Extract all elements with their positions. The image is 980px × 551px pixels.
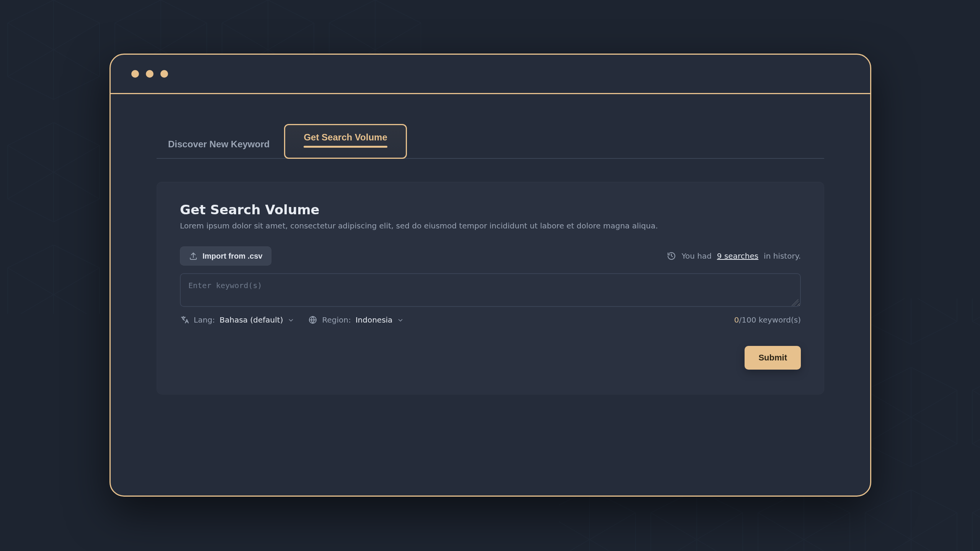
keyword-counter-current: 0 — [734, 315, 739, 324]
traffic-dot-red-icon — [131, 70, 139, 78]
globe-icon — [308, 315, 317, 324]
titlebar — [111, 55, 870, 94]
region-selector[interactable]: Region: Indonesia — [308, 315, 404, 324]
history-info: You had 9 searches in history. — [667, 251, 801, 261]
region-label: Region: — [322, 315, 351, 324]
content-area: Discover New Keyword Get Search Volume G… — [111, 94, 870, 410]
traffic-lights — [131, 70, 168, 78]
traffic-dot-yellow-icon — [146, 70, 154, 78]
history-link[interactable]: 9 searches — [717, 251, 758, 261]
submit-button[interactable]: Submit — [745, 346, 801, 370]
history-suffix: in history. — [764, 251, 801, 261]
search-volume-card: Get Search Volume Lorem ipsum dolor sit … — [157, 182, 824, 395]
card-top-row: Import from .csv You had 9 searches — [180, 246, 801, 266]
selectors: Lang: Bahasa (default) — [180, 315, 404, 324]
language-value: Bahasa (default) — [220, 315, 283, 324]
language-label: Lang: — [194, 315, 215, 324]
language-icon — [180, 315, 189, 324]
app-window: Discover New Keyword Get Search Volume G… — [109, 54, 871, 497]
tab-active-underline — [304, 146, 387, 148]
tab-get-search-volume[interactable]: Get Search Volume — [284, 124, 407, 159]
chevron-down-icon — [287, 316, 294, 323]
tab-active-label: Get Search Volume — [304, 132, 387, 142]
traffic-dot-green-icon — [160, 70, 168, 78]
card-description: Lorem ipsum dolor sit amet, consectetur … — [180, 221, 801, 230]
import-csv-label: Import from .csv — [203, 252, 263, 261]
import-csv-button[interactable]: Import from .csv — [180, 246, 271, 266]
history-prefix: You had — [681, 251, 711, 261]
tab-discover-new-keyword[interactable]: Discover New Keyword — [157, 130, 281, 158]
region-value: Indonesia — [356, 315, 393, 324]
textarea-wrap — [180, 273, 801, 308]
history-icon — [667, 251, 676, 261]
tab-active-glow: Get Search Volume — [284, 124, 407, 159]
card-title: Get Search Volume — [180, 202, 801, 217]
below-row: Lang: Bahasa (default) — [180, 315, 801, 324]
upload-icon — [189, 251, 198, 261]
keyword-counter: 0/100 keyword(s) — [734, 315, 801, 324]
language-selector[interactable]: Lang: Bahasa (default) — [180, 315, 294, 324]
keywords-input[interactable] — [180, 273, 801, 307]
chevron-down-icon — [397, 316, 404, 323]
submit-row: Submit — [180, 346, 801, 370]
keyword-counter-total: /100 keyword(s) — [739, 315, 801, 324]
tabs: Discover New Keyword Get Search Volume — [157, 119, 824, 159]
